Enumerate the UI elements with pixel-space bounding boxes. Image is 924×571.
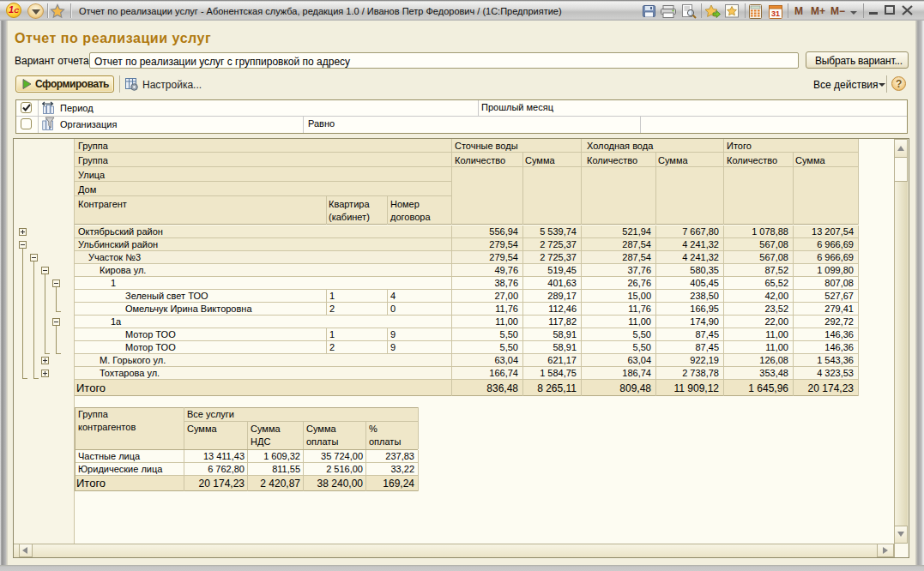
svg-text:31: 31 <box>771 9 780 18</box>
